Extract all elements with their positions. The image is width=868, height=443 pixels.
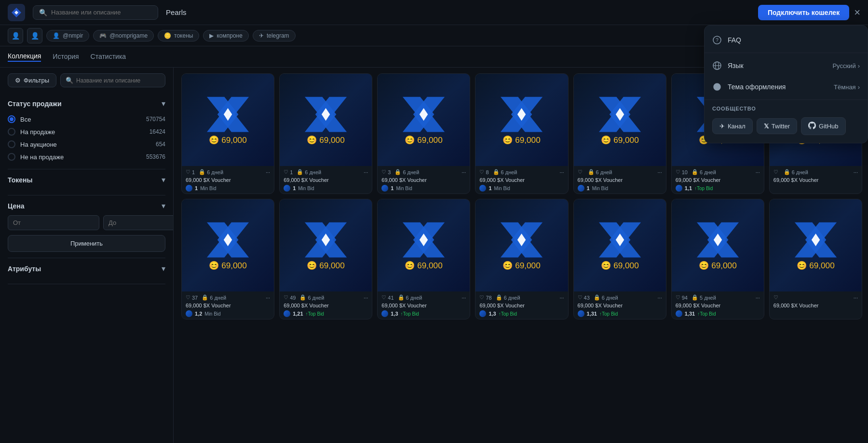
- sidebar: ⚙ Фильтры 🔍 Статус продажи ▾ Все 570754 …: [0, 68, 174, 443]
- nav-telegram[interactable]: ✈ telegram: [253, 30, 296, 42]
- clock-icon: 🔒: [299, 294, 306, 301]
- nft-card[interactable]: 😊 69,000 ♡ 🔒 6 дней ··· 69,000 $X Vouche…: [573, 73, 666, 194]
- header-search-input[interactable]: [51, 9, 152, 16]
- nft-card[interactable]: 😊 69,000 ♡ 1 🔒 6 дней ··· 69,000 $X Vouc…: [181, 73, 274, 194]
- tokens-chevron: ▾: [162, 175, 165, 184]
- filter-section-price-header[interactable]: Цена ▾: [8, 201, 165, 210]
- nft-image: 😊 69,000: [182, 199, 274, 291]
- radio-not-for-sale[interactable]: Не на продаже 553676: [8, 151, 165, 163]
- channel-button[interactable]: ✈ Канал: [712, 118, 753, 134]
- sidebar-search[interactable]: 🔍: [60, 73, 165, 87]
- nft-stats-row: ♡ 37 🔒 6 дней ···: [186, 294, 270, 301]
- nft-card[interactable]: 😊 69,000 ♡ 41 🔒 6 дней ··· 69,000 $X Vou…: [377, 199, 470, 319]
- filter-button[interactable]: ⚙ Фильтры: [8, 73, 56, 87]
- clock-icon: 🔒: [588, 169, 595, 175]
- more-icon[interactable]: ···: [854, 169, 858, 175]
- nav-nomprigame[interactable]: 🎮 @nomprigame: [93, 30, 154, 42]
- price-value: 1: [195, 185, 198, 191]
- theme-item[interactable]: Тема оформления Тёмная ›: [705, 76, 868, 97]
- like-stat: ♡ 3: [381, 169, 391, 175]
- gem-icon: [578, 310, 584, 317]
- days-count: 6 дней: [501, 169, 517, 175]
- filter-section-attributes-header[interactable]: Атрибуты ▾: [8, 264, 165, 273]
- filter-section-sale-status-header[interactable]: Статус продажи ▾: [8, 99, 165, 108]
- filter-section-tokens-header[interactable]: Токены ▾: [8, 175, 165, 184]
- tab-history[interactable]: История: [53, 53, 79, 61]
- nft-title: 69,000 $X Voucher: [773, 177, 858, 183]
- more-icon[interactable]: ···: [266, 295, 270, 301]
- radio-on-sale[interactable]: На продаже 16424: [8, 125, 165, 138]
- sidebar-search-input[interactable]: [76, 77, 160, 84]
- like-count: 49: [290, 295, 296, 301]
- more-icon[interactable]: ···: [756, 169, 760, 175]
- language-value: Русский: [832, 62, 855, 69]
- nft-title: 69,000 $X Voucher: [773, 303, 858, 308]
- radio-all[interactable]: Все 570754: [8, 113, 165, 125]
- clock-icon: 🔒: [398, 294, 405, 301]
- language-label: Язык: [728, 62, 744, 69]
- more-icon[interactable]: ···: [658, 295, 662, 301]
- days-count: 6 дней: [596, 169, 612, 175]
- days-count: 6 дней: [406, 295, 422, 301]
- theme-label: Тема оформления: [728, 83, 786, 91]
- faq-item[interactable]: ? FAQ: [705, 29, 868, 51]
- nft-card[interactable]: 😊 69,000 ♡ 8 🔒 6 дней ··· 69,000 $X Vouc…: [475, 73, 568, 194]
- channel-label: Канал: [728, 123, 746, 130]
- nft-card[interactable]: 😊 69,000 ♡ 49 🔒 6 дней ··· 69,000 $X Vou…: [279, 199, 372, 319]
- heart-icon: ♡: [186, 169, 190, 175]
- like-count: 94: [682, 295, 688, 301]
- like-stat: ♡ 1: [284, 169, 293, 175]
- more-icon[interactable]: ···: [266, 169, 270, 175]
- gem-icon: [284, 185, 290, 192]
- price-value: 1: [587, 185, 590, 191]
- apply-price-button[interactable]: Применить: [8, 235, 165, 252]
- more-icon[interactable]: ···: [461, 169, 466, 175]
- search-icon: 🔍: [39, 9, 47, 16]
- price-value: 1,2: [195, 311, 202, 317]
- price-value: 1: [488, 185, 491, 191]
- close-button[interactable]: ×: [854, 6, 860, 19]
- nft-card[interactable]: 😊 69,000 ♡ 94 🔒 5 дней ··· 69,000 $X Vou…: [671, 199, 764, 319]
- tab-stats[interactable]: Статистика: [91, 53, 126, 61]
- github-button[interactable]: GitHub: [801, 117, 845, 135]
- nav-avatar-1[interactable]: 👤: [8, 28, 23, 43]
- svg-text:😊 69,000: 😊 69,000: [699, 261, 736, 271]
- nft-card[interactable]: 😊 69,000 ♡ 78 🔒 6 дней ··· 69,000 $X Vou…: [475, 199, 568, 319]
- nav-avatar-2[interactable]: 👤: [27, 28, 42, 43]
- nft-title: 69,000 $X Voucher: [284, 303, 368, 308]
- twitter-button[interactable]: 𝕏 Twitter: [757, 118, 797, 134]
- nft-price-row: 1 Min Bid: [284, 185, 368, 192]
- nav-komprone[interactable]: ▶ компроне: [203, 30, 248, 42]
- language-item[interactable]: Язык Русский ›: [705, 55, 868, 76]
- nav-nmpir[interactable]: 👤 @nmpir: [46, 30, 89, 42]
- price-from-input[interactable]: [8, 215, 99, 230]
- like-stat: ♡ 37: [186, 294, 198, 301]
- tab-collection[interactable]: Коллекция: [8, 52, 41, 62]
- more-icon[interactable]: ···: [756, 295, 760, 301]
- theme-chevron: ›: [858, 83, 860, 91]
- more-icon[interactable]: ···: [461, 295, 466, 301]
- more-icon[interactable]: ···: [559, 295, 564, 301]
- nav-nomprigame-label: @nomprigame: [109, 32, 148, 39]
- nft-card[interactable]: 😊 69,000 ♡ ··· 69,000 $X Voucher: [769, 199, 862, 319]
- header-search-bar[interactable]: 🔍: [33, 5, 158, 20]
- svg-text:😊 69,000: 😊 69,000: [307, 135, 345, 145]
- nft-card[interactable]: 😊 69,000 ♡ 1 🔒 6 дней ··· 69,000 $X Vouc…: [279, 73, 372, 194]
- nav-tokeny[interactable]: 🪙 токены: [158, 30, 199, 42]
- nft-stats-row: ♡ 78 🔒 6 дней ···: [479, 294, 564, 301]
- nft-card[interactable]: 😊 69,000 ♡ 43 🔒 6 дней ··· 69,000 $X Vou…: [573, 199, 666, 319]
- like-stat: ♡ 49: [284, 294, 296, 301]
- more-icon[interactable]: ···: [559, 169, 564, 175]
- nft-card[interactable]: 😊 69,000 ♡ 3 🔒 6 дней ··· 69,000 $X Vouc…: [377, 73, 470, 194]
- more-icon[interactable]: ···: [364, 295, 368, 301]
- connect-wallet-button[interactable]: Подключить кошелек: [758, 5, 849, 20]
- faq-icon: ?: [712, 35, 722, 45]
- more-icon[interactable]: ···: [364, 169, 368, 175]
- price-to-input[interactable]: [103, 215, 174, 230]
- radio-all-count: 570754: [146, 116, 165, 123]
- more-icon[interactable]: ···: [658, 169, 662, 175]
- price-tag: Min Bid: [298, 186, 314, 191]
- more-icon[interactable]: ···: [854, 295, 858, 301]
- radio-on-auction[interactable]: На аукционе 654: [8, 138, 165, 151]
- nft-card[interactable]: 😊 69,000 ♡ 37 🔒 6 дней ··· 69,000 $X Vou…: [181, 199, 274, 319]
